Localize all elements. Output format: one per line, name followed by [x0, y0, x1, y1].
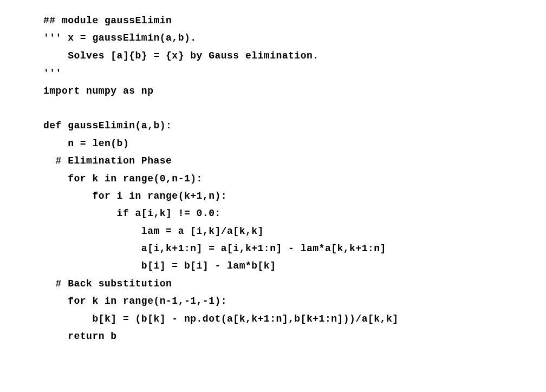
code-line: for k in range(0,n-1):: [43, 170, 546, 187]
code-line: # Elimination Phase: [43, 152, 546, 169]
code-line: import numpy as np: [43, 82, 546, 100]
code-line: def gaussElimin(a,b):: [43, 117, 546, 134]
code-line: [43, 100, 546, 117]
code-line: lam = a [i,k]/a[k,k]: [43, 223, 546, 240]
code-line: if a[i,k] != 0.0:: [43, 205, 546, 222]
code-line: # Back substitution: [43, 275, 546, 292]
code-line: ''': [43, 64, 546, 82]
code-line: b[i] = b[i] - lam*b[k]: [43, 257, 546, 275]
code-line: for i in range(k+1,n):: [43, 187, 546, 205]
code-line: return b: [43, 328, 546, 345]
code-line: ## module gaussElimin: [43, 12, 546, 29]
code-line: ''' x = gaussElimin(a,b).: [43, 29, 546, 47]
code-line: b[k] = (b[k] - np.dot(a[k,k+1:n],b[k+1:n…: [43, 310, 546, 328]
code-block: ## module gaussElimin''' x = gaussElimin…: [43, 12, 546, 345]
code-line: n = len(b): [43, 135, 546, 152]
code-line: a[i,k+1:n] = a[i,k+1:n] - lam*a[k,k+1:n]: [43, 240, 546, 257]
code-line: for k in range(n-1,-1,-1):: [43, 292, 546, 310]
code-line: Solves [a]{b} = {x} by Gauss elimination…: [43, 47, 546, 64]
